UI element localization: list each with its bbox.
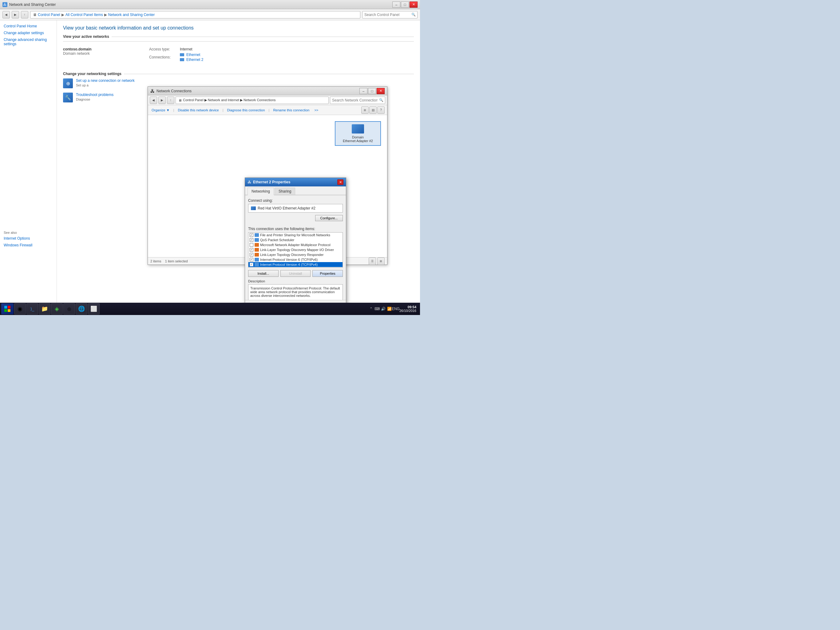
nc-more-btn[interactable]: >>: [313, 108, 319, 112]
sidebar-item-cp-home[interactable]: Control Panel Home: [4, 24, 53, 28]
nc-breadcrumb[interactable]: 🖥 Control Panel ▶ Network and Internet ▶…: [175, 97, 329, 104]
troubleshoot-link[interactable]: Troubleshoot problems: [76, 93, 114, 97]
taskbar-search[interactable]: ◉: [14, 303, 26, 314]
taskbar-network[interactable]: 🌐: [76, 303, 87, 314]
eth-tab-sharing[interactable]: Sharing: [275, 188, 295, 195]
breadcrumb[interactable]: 🖥 Control Panel ▶ All Control Panel Item…: [30, 11, 360, 19]
nc-tiles-icon[interactable]: ⊞: [377, 258, 385, 265]
eth-check-4[interactable]: [249, 253, 253, 256]
nc-window-icon: 🖧: [150, 89, 155, 93]
taskbar-other[interactable]: ⬜: [88, 303, 99, 314]
nc-rename-btn[interactable]: Rename this connection: [272, 108, 311, 112]
eth-tab-networking[interactable]: Networking: [248, 188, 274, 195]
nc-window: 🖧 Network Connections – □ ✕ ◀ ▶ ↑ 🖥: [148, 86, 387, 265]
eth-item-2[interactable]: Microsoft Network Adapter Multiplexor Pr…: [248, 242, 343, 247]
clock-date: 26/10/2016: [399, 309, 416, 313]
eth-install-button[interactable]: Install...: [248, 270, 279, 277]
search-input[interactable]: [362, 11, 418, 19]
taskbar-explorer[interactable]: 📁: [39, 303, 51, 314]
back-button[interactable]: ◀: [2, 11, 10, 19]
nc-details-icon[interactable]: ☰: [369, 258, 376, 265]
active-networks-header: View your active networks: [63, 35, 414, 39]
tray-lang[interactable]: ENG: [393, 306, 398, 311]
eth-uninstall-button[interactable]: Uninstall: [280, 270, 311, 277]
taskbar: ◉ ⟩_ 📁 ◈ ◎ 🌐 ⬜ ⌃ ⌨ 🔊 📶 ENG 09:54 26/10/2…: [0, 303, 420, 315]
nc-window-controls: – □ ✕: [359, 88, 385, 94]
nc-view-btn2[interactable]: ▤: [369, 106, 377, 114]
eth-check-5[interactable]: [249, 258, 253, 261]
nc-maximize-button[interactable]: □: [368, 88, 376, 94]
nc-disable-btn[interactable]: Disable this network device: [177, 108, 220, 112]
eth-icon-6: [254, 263, 259, 266]
tray-up-arrow[interactable]: ⌃: [369, 306, 374, 311]
up-button[interactable]: ↑: [21, 11, 28, 19]
nc-items-count: 2 items 1 item selected: [150, 259, 188, 263]
nc-up-button[interactable]: ↑: [167, 97, 174, 104]
maximize-button[interactable]: □: [401, 2, 409, 8]
tray-network-icon[interactable]: 📶: [387, 306, 392, 311]
minimize-button[interactable]: –: [392, 2, 400, 8]
taskbar-chrome[interactable]: ◎: [63, 303, 75, 314]
eth-adapter-icon-small: [251, 206, 256, 210]
eth-icon-4: [254, 253, 259, 256]
nc-back-button[interactable]: ◀: [150, 97, 157, 104]
forward-button[interactable]: ▶: [12, 11, 19, 19]
tray-speaker[interactable]: 🔊: [381, 306, 386, 311]
ethernet1-link[interactable]: Ethernet: [180, 52, 203, 57]
breadcrumb-current[interactable]: Network and Sharing Center: [108, 13, 155, 17]
breadcrumb-cp[interactable]: Control Panel: [38, 13, 60, 17]
nc-close-button[interactable]: ✕: [377, 88, 385, 94]
taskbar-greenapp[interactable]: ◈: [51, 303, 63, 314]
taskbar-terminal[interactable]: ⟩_: [27, 303, 38, 314]
eth-item-5[interactable]: Internet Protocol Version 6 (TCP/IPv6): [248, 257, 343, 262]
eth-check-1[interactable]: [249, 238, 253, 242]
eth-check-3[interactable]: [249, 248, 253, 252]
change-settings-header: Change your networking settings: [63, 72, 414, 76]
eth-item-6[interactable]: Internet Protocol Version 4 (TCP/IPv4): [248, 262, 343, 267]
nc-breadcrumb-icon: 🖥: [178, 98, 182, 102]
eth-check-6[interactable]: [249, 263, 253, 266]
start-button[interactable]: [1, 303, 14, 314]
main-content: View your basic network information and …: [57, 20, 420, 303]
setup-link[interactable]: Set up a new connection or network: [76, 78, 135, 83]
connections-label: Connections:: [149, 55, 180, 59]
eth-properties-button[interactable]: Properties: [313, 270, 343, 277]
sidebar-item-adapter-settings[interactable]: Change adapter settings: [4, 31, 53, 35]
see-also-title: See also: [4, 231, 53, 234]
nc-adapter-icon: [352, 124, 364, 133]
network-info: contoso.domain Domain network Access typ…: [63, 44, 414, 65]
eth-check-2[interactable]: [249, 243, 253, 247]
nc-address-bar: ◀ ▶ ↑ 🖥 Control Panel ▶ Network and Inte…: [148, 95, 387, 105]
network-type: Domain network: [63, 51, 90, 56]
ethernet2-link[interactable]: Ethernet 2: [180, 57, 203, 62]
sidebar-item-windows-firewall[interactable]: Windows Firewall: [4, 243, 53, 247]
sidebar-item-advanced-sharing[interactable]: Change advanced sharing settings: [4, 38, 53, 46]
ethernet1-icon: [180, 53, 184, 56]
sidebar-item-internet-options[interactable]: Internet Options: [4, 236, 53, 241]
nc-help-btn[interactable]: ?: [377, 106, 385, 114]
setup-icon: ⊕: [63, 78, 73, 88]
eth-item-0[interactable]: File and Printer Sharing for Microsoft N…: [248, 233, 343, 237]
close-button[interactable]: ✕: [409, 2, 418, 8]
content-area: Control Panel Home Change adapter settin…: [0, 20, 420, 303]
nc-adapter-item[interactable]: Domain Ethernet Adapter #2: [335, 121, 381, 146]
eth-dialog-icon: 🖧: [248, 180, 251, 184]
eth-item-1[interactable]: QoS Packet Scheduler: [248, 237, 343, 242]
window-controls: – □ ✕: [392, 2, 418, 8]
taskbar-clock[interactable]: 09:54 26/10/2016: [399, 305, 416, 313]
eth-item-4[interactable]: Link-Layer Topology Discovery Responder: [248, 252, 343, 257]
eth-item-3[interactable]: Link-Layer Topology Discovery Mapper I/O…: [248, 247, 343, 252]
eth-desc-text: Transmission Control Protocol/Internet P…: [250, 287, 340, 298]
nc-organize-btn[interactable]: Organize ▼: [150, 108, 171, 112]
nc-diagnose-btn[interactable]: Diagnose this connection: [226, 108, 266, 112]
nc-minimize-button[interactable]: –: [359, 88, 368, 94]
eth-configure-button[interactable]: Configure...: [315, 215, 343, 221]
main-title-bar: 🖧 Network and Sharing Center – □ ✕: [0, 0, 420, 9]
breadcrumb-all[interactable]: All Control Panel Items: [65, 13, 103, 17]
nc-view-btn1[interactable]: ⊞: [361, 106, 369, 114]
nc-search-input[interactable]: [330, 97, 385, 104]
nc-forward-button[interactable]: ▶: [158, 97, 166, 104]
eth-close-button[interactable]: ✕: [337, 179, 343, 185]
eth-check-0[interactable]: [249, 233, 253, 237]
tray-keyboard[interactable]: ⌨: [375, 306, 380, 311]
